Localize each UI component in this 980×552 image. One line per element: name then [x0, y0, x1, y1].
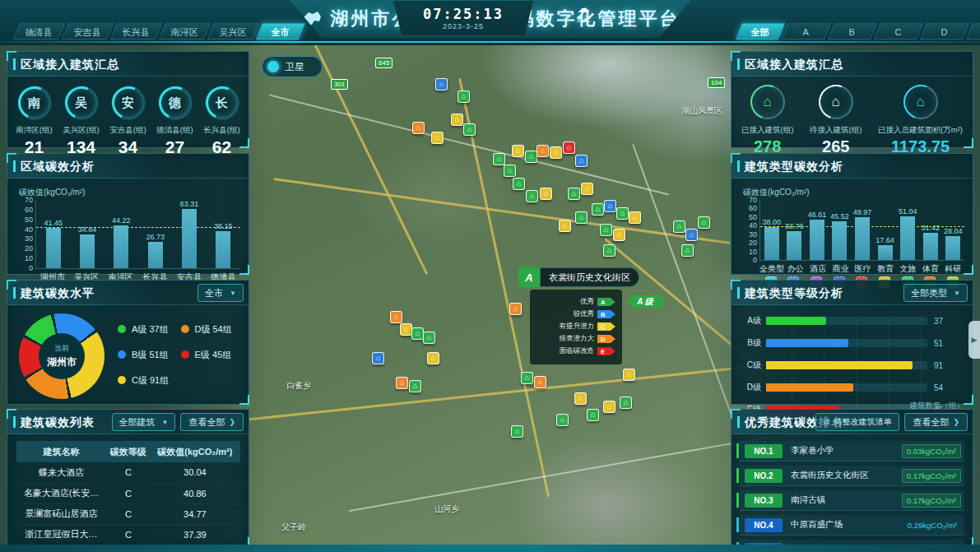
building-map-marker[interactable]: ⌂ [400, 323, 412, 336]
building-map-marker[interactable]: ⌂ [620, 397, 632, 409]
building-map-marker[interactable]: ⌂ [463, 123, 476, 136]
building-map-marker[interactable]: ⌂ [372, 352, 384, 364]
building-map-marker[interactable]: ⌂ [575, 155, 588, 167]
building-map-marker[interactable]: ⌂ [536, 145, 549, 157]
building-map-marker[interactable]: ⌂ [509, 303, 522, 315]
building-ring-icon: ⌂ [819, 85, 853, 119]
building-map-marker[interactable]: ⌂ [390, 311, 402, 323]
ranking-value: 0.17kgCO₂/m² [902, 469, 961, 483]
building-map-marker[interactable]: ⌂ [603, 244, 615, 257]
tab-grade-全部[interactable]: 全部 [736, 23, 785, 39]
building-map-marker[interactable]: ⌂ [540, 188, 552, 200]
pending-rectify-list-button[interactable]: ⇄ 待整改建筑清单 [815, 413, 900, 431]
bar [900, 216, 915, 260]
panel-title: 区域接入建筑汇总 [732, 52, 973, 77]
table-row[interactable]: 名豪大酒店(长安…C40.86 [16, 483, 240, 503]
tab-region-长兴县[interactable]: 长兴县 [110, 23, 162, 39]
building-map-marker[interactable]: ⌂ [629, 211, 641, 224]
building-map-marker[interactable]: ⌂ [512, 145, 524, 157]
building-map-marker[interactable]: ⌂ [534, 376, 546, 388]
bar-column: 33.76 [783, 200, 806, 260]
building-map-marker[interactable]: ⌂ [616, 207, 629, 220]
tab-region-吴兴区[interactable]: 吴兴区 [207, 23, 259, 39]
building-filter-dropdown[interactable]: 全部建筑 ▼ [112, 413, 176, 431]
building-map-marker[interactable]: ⌂ [592, 203, 604, 216]
view-all-ranking-button[interactable]: 查看全部 ❯ [904, 413, 968, 431]
building-map-marker[interactable]: ⌂ [493, 153, 505, 165]
ranking-row[interactable]: NO.2衣裳街历史文化街区0.17kgCO₂/m² [740, 466, 964, 486]
tab-grade-B[interactable]: B [828, 23, 877, 39]
hbar-label: A级 [738, 315, 761, 327]
building-map-marker[interactable]: ⌂ [613, 229, 625, 241]
legend-grade-tag: D [597, 335, 615, 343]
building-map-marker[interactable]: ⌂ [451, 114, 463, 126]
building-map-marker[interactable]: ⌂ [575, 211, 588, 224]
building-map-marker[interactable]: ⌂ [681, 244, 694, 257]
y-tick: 0 [741, 256, 757, 264]
building-map-marker[interactable]: ⌂ [427, 352, 439, 364]
chart-plot-area: 01020304050607041.4534.8444.2226.7363.31… [35, 200, 240, 269]
building-map-marker[interactable]: ⌂ [423, 332, 435, 344]
side-panel-handle[interactable]: ▶ [968, 321, 980, 359]
tab-region-南浔区[interactable]: 南浔区 [159, 23, 211, 39]
building-map-marker[interactable]: ⌂ [550, 146, 562, 159]
building-map-marker[interactable]: ⌂ [435, 78, 448, 90]
building-map-marker[interactable]: ⌂ [673, 220, 685, 233]
bar-value-label: 41.45 [44, 219, 63, 227]
ranking-building-name: 中原百盛广场 [791, 519, 903, 531]
building-map-marker[interactable]: ⌂ [431, 132, 444, 144]
table-row[interactable]: 蝶来大酒店C30.04 [16, 462, 240, 483]
building-map-marker[interactable]: ⌂ [396, 377, 408, 389]
building-map-marker[interactable]: ⌂ [526, 190, 538, 202]
building-map-marker[interactable]: ⌂ [685, 229, 698, 241]
satellite-toggle[interactable]: 卫星 [262, 56, 323, 77]
building-map-marker[interactable]: ⌂ [525, 151, 537, 163]
region-stat-item: 长长兴县(组)62 [200, 86, 244, 157]
building-map-marker[interactable]: ⌂ [698, 216, 710, 229]
building-map-marker[interactable]: ⌂ [604, 200, 616, 212]
building-map-marker[interactable]: ⌂ [574, 392, 587, 405]
building-map-marker[interactable]: ⌂ [457, 90, 470, 103]
tab-label: D [941, 24, 948, 40]
hbar-value: 51 [934, 339, 943, 348]
tab-label: 南浔区 [171, 24, 198, 40]
building-map-marker[interactable]: ⌂ [587, 409, 599, 421]
building-map-marker[interactable]: ⌂ [411, 327, 424, 340]
table-row[interactable]: 景澜富砳山居酒店C34.77 [16, 503, 240, 524]
table-row[interactable]: 浙江皇冠假日大…C37.39 [16, 524, 240, 545]
building-map-marker[interactable]: ⌂ [511, 425, 523, 438]
ranking-building-name: 衣裳街历史文化街区 [791, 470, 902, 481]
type-filter-dropdown[interactable]: 全部类型 ▼ [903, 284, 968, 302]
tab-region-安吉县[interactable]: 安吉县 [62, 23, 114, 39]
building-map-marker[interactable]: ⌂ [603, 401, 615, 413]
tab-region-全市[interactable]: 全市 [256, 23, 305, 39]
y-tick: 50 [741, 213, 757, 221]
building-map-marker[interactable]: ⌂ [556, 414, 569, 426]
legend-label: 有提升潜力 [560, 322, 595, 332]
building-map-marker[interactable]: ⌂ [521, 372, 533, 384]
carbon-level-scope-dropdown[interactable]: 全市 ▼ [197, 284, 244, 302]
building-map-marker[interactable]: ⌂ [412, 122, 425, 134]
ranking-row[interactable]: NO.4中原百盛广场0.29kgCO₂/m² [740, 515, 964, 536]
donut-legend-item: E级 45组 [181, 349, 244, 361]
building-map-marker[interactable]: ⌂ [563, 141, 575, 154]
building-map-marker[interactable]: ⌂ [568, 188, 580, 200]
building-map-marker[interactable]: ⌂ [409, 380, 421, 392]
tab-region-德清县[interactable]: 德清县 [13, 23, 65, 39]
building-map-marker[interactable]: ⌂ [623, 369, 635, 381]
tab-grade-A[interactable]: A [782, 23, 831, 39]
building-map-marker[interactable]: ⌂ [559, 220, 571, 232]
building-map-marker[interactable]: ⌂ [513, 178, 525, 190]
ranking-row[interactable]: NO.1李家巷小学0.03kgCO₂/m² [740, 441, 964, 462]
ranking-row[interactable]: NO.3南浔古镇0.17kgCO₂/m² [740, 490, 964, 511]
legend-dot-icon [181, 350, 189, 359]
donut-center-value: 湖州市 [47, 355, 77, 369]
building-map-marker[interactable]: ⌂ [504, 165, 516, 177]
panel-title: 区域碳效分析 [7, 154, 248, 179]
building-map-marker[interactable]: ⌂ [600, 224, 612, 236]
map-place-label: 山河乡 [434, 503, 459, 515]
building-map-marker[interactable]: ⌂ [581, 183, 593, 195]
tab-grade-D[interactable]: D [920, 23, 969, 39]
tab-grade-C[interactable]: C [874, 23, 923, 39]
view-all-button[interactable]: 查看全部 ❯ [180, 413, 244, 431]
